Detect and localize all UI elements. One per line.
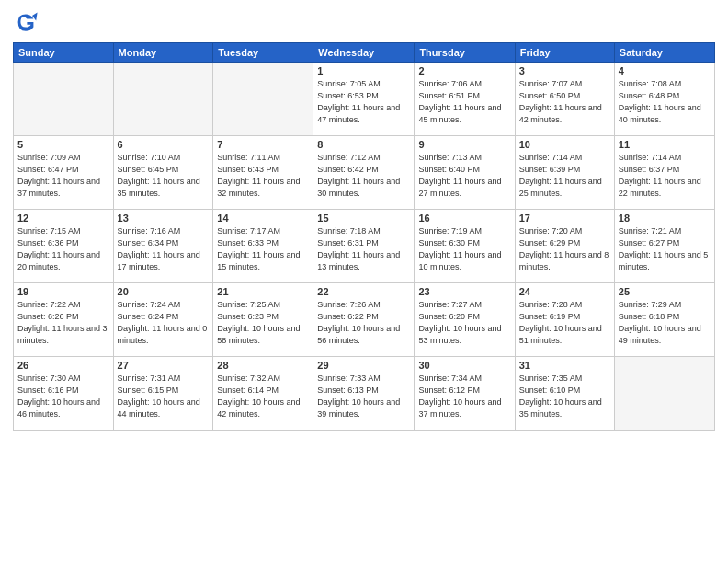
day-of-week-header: Tuesday: [213, 43, 313, 63]
day-number: 19: [17, 286, 109, 297]
calendar-cell: 21 Sunrise: 7:25 AMSunset: 6:23 PMDaylig…: [213, 283, 313, 357]
calendar-cell: 14 Sunrise: 7:17 AMSunset: 6:33 PMDaylig…: [213, 210, 313, 283]
calendar-cell: 23 Sunrise: 7:27 AMSunset: 6:20 PMDaylig…: [415, 283, 515, 357]
day-number: 15: [317, 213, 410, 224]
calendar-cell: 4 Sunrise: 7:08 AMSunset: 6:48 PMDayligh…: [614, 63, 714, 136]
calendar-cell: 28 Sunrise: 7:32 AMSunset: 6:14 PMDaylig…: [213, 357, 313, 431]
day-of-week-header: Monday: [113, 43, 213, 63]
day-info: Sunrise: 7:08 AMSunset: 6:48 PMDaylight:…: [619, 78, 711, 126]
calendar-cell: 12 Sunrise: 7:15 AMSunset: 6:36 PMDaylig…: [14, 210, 114, 283]
calendar-cell: 11 Sunrise: 7:14 AMSunset: 6:37 PMDaylig…: [614, 136, 714, 210]
day-info: Sunrise: 7:25 AMSunset: 6:23 PMDaylight:…: [217, 299, 309, 347]
day-number: 31: [519, 360, 610, 371]
day-number: 22: [317, 286, 410, 297]
calendar-cell: 19 Sunrise: 7:22 AMSunset: 6:26 PMDaylig…: [14, 283, 114, 357]
calendar-cell: 6 Sunrise: 7:10 AMSunset: 6:45 PMDayligh…: [113, 136, 213, 210]
calendar-cell: 25 Sunrise: 7:29 AMSunset: 6:18 PMDaylig…: [614, 283, 714, 357]
calendar-header-row: SundayMondayTuesdayWednesdayThursdayFrid…: [14, 43, 715, 63]
calendar-cell: 3 Sunrise: 7:07 AMSunset: 6:50 PMDayligh…: [515, 63, 614, 136]
day-number: 20: [118, 286, 210, 297]
day-number: 23: [418, 286, 510, 297]
day-number: 2: [418, 65, 510, 76]
calendar-week-row: 1 Sunrise: 7:05 AMSunset: 6:53 PMDayligh…: [14, 63, 715, 136]
day-number: 10: [519, 139, 610, 150]
day-info: Sunrise: 7:28 AMSunset: 6:19 PMDaylight:…: [519, 299, 610, 347]
calendar-cell: [113, 63, 213, 136]
day-info: Sunrise: 7:21 AMSunset: 6:27 PMDaylight:…: [619, 225, 711, 273]
day-of-week-header: Thursday: [415, 43, 515, 63]
day-number: 5: [17, 139, 109, 150]
calendar-cell: [14, 63, 114, 136]
calendar-cell: 7 Sunrise: 7:11 AMSunset: 6:43 PMDayligh…: [213, 136, 313, 210]
day-number: 18: [619, 213, 711, 224]
day-of-week-header: Saturday: [614, 43, 714, 63]
calendar-cell: [614, 357, 714, 431]
calendar-cell: 24 Sunrise: 7:28 AMSunset: 6:19 PMDaylig…: [515, 283, 614, 357]
calendar-cell: 20 Sunrise: 7:24 AMSunset: 6:24 PMDaylig…: [113, 283, 213, 357]
calendar-week-row: 5 Sunrise: 7:09 AMSunset: 6:47 PMDayligh…: [14, 136, 715, 210]
day-info: Sunrise: 7:17 AMSunset: 6:33 PMDaylight:…: [217, 225, 309, 273]
logo: [13, 9, 42, 35]
calendar-cell: 8 Sunrise: 7:12 AMSunset: 6:42 PMDayligh…: [313, 136, 415, 210]
calendar: SundayMondayTuesdayWednesdayThursdayFrid…: [13, 42, 715, 431]
calendar-cell: [213, 63, 313, 136]
day-info: Sunrise: 7:14 AMSunset: 6:37 PMDaylight:…: [619, 152, 711, 200]
day-info: Sunrise: 7:13 AMSunset: 6:40 PMDaylight:…: [418, 152, 510, 200]
day-info: Sunrise: 7:11 AMSunset: 6:43 PMDaylight:…: [217, 152, 309, 200]
day-number: 8: [317, 139, 410, 150]
calendar-week-row: 19 Sunrise: 7:22 AMSunset: 6:26 PMDaylig…: [14, 283, 715, 357]
day-info: Sunrise: 7:22 AMSunset: 6:26 PMDaylight:…: [17, 299, 109, 347]
day-info: Sunrise: 7:29 AMSunset: 6:18 PMDaylight:…: [619, 299, 711, 347]
day-number: 14: [217, 213, 309, 224]
day-number: 4: [619, 65, 711, 76]
day-number: 26: [17, 360, 109, 371]
logo-icon: [13, 9, 39, 35]
day-info: Sunrise: 7:10 AMSunset: 6:45 PMDaylight:…: [118, 152, 210, 200]
day-info: Sunrise: 7:27 AMSunset: 6:20 PMDaylight:…: [418, 299, 510, 347]
day-info: Sunrise: 7:35 AMSunset: 6:10 PMDaylight:…: [519, 373, 610, 420]
day-info: Sunrise: 7:16 AMSunset: 6:34 PMDaylight:…: [118, 225, 210, 273]
day-number: 3: [519, 65, 610, 76]
day-of-week-header: Friday: [515, 43, 614, 63]
day-info: Sunrise: 7:18 AMSunset: 6:31 PMDaylight:…: [317, 225, 410, 273]
day-info: Sunrise: 7:31 AMSunset: 6:15 PMDaylight:…: [118, 373, 210, 420]
calendar-cell: 27 Sunrise: 7:31 AMSunset: 6:15 PMDaylig…: [113, 357, 213, 431]
day-info: Sunrise: 7:14 AMSunset: 6:39 PMDaylight:…: [519, 152, 610, 200]
calendar-cell: 5 Sunrise: 7:09 AMSunset: 6:47 PMDayligh…: [14, 136, 114, 210]
day-number: 6: [118, 139, 210, 150]
day-info: Sunrise: 7:09 AMSunset: 6:47 PMDaylight:…: [17, 152, 109, 200]
day-number: 9: [418, 139, 510, 150]
day-number: 1: [317, 65, 410, 76]
calendar-week-row: 26 Sunrise: 7:30 AMSunset: 6:16 PMDaylig…: [14, 357, 715, 431]
day-info: Sunrise: 7:19 AMSunset: 6:30 PMDaylight:…: [418, 225, 510, 273]
day-number: 25: [619, 286, 711, 297]
day-info: Sunrise: 7:15 AMSunset: 6:36 PMDaylight:…: [17, 225, 109, 273]
header: [13, 9, 715, 35]
day-of-week-header: Sunday: [14, 43, 114, 63]
day-info: Sunrise: 7:33 AMSunset: 6:13 PMDaylight:…: [317, 373, 410, 420]
calendar-cell: 22 Sunrise: 7:26 AMSunset: 6:22 PMDaylig…: [313, 283, 415, 357]
calendar-week-row: 12 Sunrise: 7:15 AMSunset: 6:36 PMDaylig…: [14, 210, 715, 283]
calendar-cell: 18 Sunrise: 7:21 AMSunset: 6:27 PMDaylig…: [614, 210, 714, 283]
calendar-cell: 13 Sunrise: 7:16 AMSunset: 6:34 PMDaylig…: [113, 210, 213, 283]
day-number: 29: [317, 360, 410, 371]
day-number: 27: [118, 360, 210, 371]
day-number: 30: [418, 360, 510, 371]
day-info: Sunrise: 7:05 AMSunset: 6:53 PMDaylight:…: [317, 78, 410, 126]
calendar-cell: 10 Sunrise: 7:14 AMSunset: 6:39 PMDaylig…: [515, 136, 614, 210]
calendar-cell: 31 Sunrise: 7:35 AMSunset: 6:10 PMDaylig…: [515, 357, 614, 431]
calendar-cell: 30 Sunrise: 7:34 AMSunset: 6:12 PMDaylig…: [415, 357, 515, 431]
day-number: 28: [217, 360, 309, 371]
day-number: 11: [619, 139, 711, 150]
day-number: 13: [118, 213, 210, 224]
day-info: Sunrise: 7:32 AMSunset: 6:14 PMDaylight:…: [217, 373, 309, 420]
day-info: Sunrise: 7:20 AMSunset: 6:29 PMDaylight:…: [519, 225, 610, 273]
day-number: 24: [519, 286, 610, 297]
calendar-cell: 16 Sunrise: 7:19 AMSunset: 6:30 PMDaylig…: [415, 210, 515, 283]
day-info: Sunrise: 7:30 AMSunset: 6:16 PMDaylight:…: [17, 373, 109, 420]
calendar-cell: 1 Sunrise: 7:05 AMSunset: 6:53 PMDayligh…: [313, 63, 415, 136]
day-number: 21: [217, 286, 309, 297]
day-number: 7: [217, 139, 309, 150]
calendar-cell: 29 Sunrise: 7:33 AMSunset: 6:13 PMDaylig…: [313, 357, 415, 431]
calendar-cell: 9 Sunrise: 7:13 AMSunset: 6:40 PMDayligh…: [415, 136, 515, 210]
